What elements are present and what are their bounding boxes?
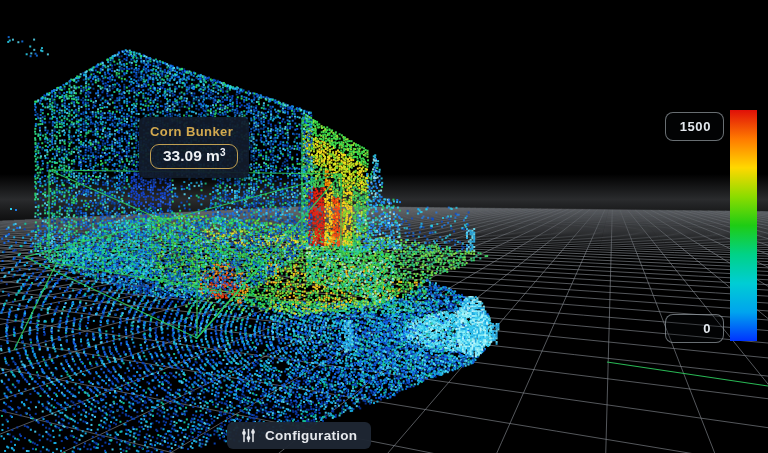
volume-value: 33.09 m3 (150, 144, 238, 169)
viewer-stage: Corn Bunker 33.09 m3 1500 0 Configuratio… (0, 0, 768, 453)
configuration-label: Configuration (265, 428, 357, 443)
colorbar-gradient (730, 110, 757, 341)
tooltip-title: Corn Bunker (150, 124, 238, 139)
colorbar-min-input[interactable]: 0 (665, 314, 724, 343)
sliders-icon (241, 428, 256, 443)
colorbar-max-input[interactable]: 1500 (665, 112, 724, 141)
configuration-button[interactable]: Configuration (227, 422, 371, 449)
point-cloud-viewport[interactable] (0, 0, 768, 453)
unit-superscript: 3 (220, 147, 226, 158)
measurement-tooltip: Corn Bunker 33.09 m3 (139, 117, 249, 178)
